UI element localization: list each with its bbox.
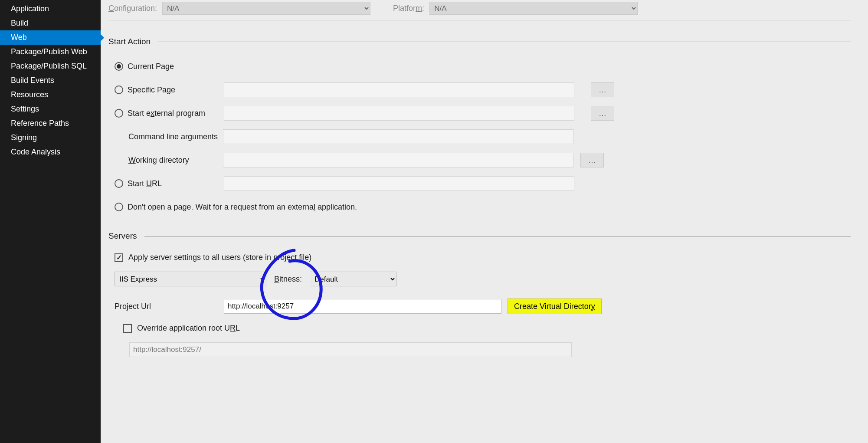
- start-external-input[interactable]: [224, 106, 574, 121]
- sidebar-item-build-events[interactable]: Build Events: [0, 73, 101, 88]
- start-external-browse-button[interactable]: …: [591, 106, 614, 121]
- platform-label: Platform:: [393, 4, 424, 13]
- sidebar-item-web[interactable]: Web: [0, 30, 101, 45]
- create-virtual-directory-button[interactable]: Create Virtual Directory: [508, 299, 602, 314]
- servers-section: Servers Apply server settings to all use…: [108, 231, 851, 357]
- cmd-args-label: Command line arguments: [128, 132, 223, 141]
- apply-settings-checkbox[interactable]: [115, 253, 123, 262]
- working-dir-input[interactable]: [223, 153, 573, 167]
- configuration-label: Configuration:: [108, 4, 157, 13]
- start-action-section: Start Action Current Page Specific Page …: [108, 37, 851, 215]
- sidebar-item-application[interactable]: Application: [0, 2, 101, 16]
- cmd-args-input[interactable]: [223, 129, 573, 144]
- servers-header: Servers: [108, 231, 137, 241]
- configuration-select[interactable]: N/A: [162, 2, 370, 15]
- override-root-input[interactable]: [129, 342, 572, 357]
- working-dir-label: Working directory: [128, 156, 223, 165]
- start-external-radio[interactable]: [115, 109, 123, 118]
- dont-open-radio[interactable]: [115, 203, 123, 211]
- specific-page-browse-button[interactable]: …: [591, 82, 614, 97]
- specific-page-radio[interactable]: [115, 85, 123, 94]
- dont-open-label: Don't open a page. Wait for a request fr…: [128, 203, 357, 212]
- override-root-label: Override application root URL: [137, 324, 240, 333]
- current-page-radio[interactable]: [115, 62, 123, 71]
- sidebar-item-resources[interactable]: Resources: [0, 88, 101, 102]
- sidebar-item-package-publish-sql[interactable]: Package/Publish SQL: [0, 59, 101, 73]
- project-url-input[interactable]: [224, 299, 501, 314]
- server-select[interactable]: IIS Express: [115, 272, 266, 286]
- override-root-checkbox[interactable]: [123, 324, 132, 333]
- working-dir-browse-button[interactable]: …: [580, 153, 604, 167]
- sidebar-item-reference-paths[interactable]: Reference Paths: [0, 116, 101, 131]
- project-url-label: Project Url: [115, 302, 224, 311]
- start-url-radio[interactable]: [115, 179, 123, 188]
- sidebar-item-build[interactable]: Build: [0, 16, 101, 30]
- start-url-input[interactable]: [224, 176, 574, 191]
- content-area: Configuration: N/A Platform: N/A Start A…: [101, 0, 868, 443]
- current-page-label: Current Page: [128, 62, 174, 71]
- specific-page-input[interactable]: [224, 82, 574, 97]
- bitness-select[interactable]: Default: [310, 272, 396, 286]
- top-config-row: Configuration: N/A Platform: N/A: [108, 0, 851, 20]
- specific-page-label: Specific Page: [128, 85, 175, 95]
- platform-select[interactable]: N/A: [429, 2, 638, 15]
- start-url-label: Start URL: [128, 179, 162, 188]
- start-external-label: Start external program: [128, 109, 205, 118]
- sidebar-item-settings[interactable]: Settings: [0, 102, 101, 116]
- divider: [144, 236, 851, 236]
- bitness-label: Bitness:: [274, 275, 302, 284]
- sidebar-item-signing[interactable]: Signing: [0, 131, 101, 145]
- divider: [158, 42, 851, 42]
- start-action-header: Start Action: [108, 37, 151, 46]
- sidebar-item-package-publish-web[interactable]: Package/Publish Web: [0, 45, 101, 59]
- sidebar-item-code-analysis[interactable]: Code Analysis: [0, 145, 101, 159]
- apply-settings-label: Apply server settings to all users (stor…: [128, 253, 311, 262]
- sidebar: Application Build Web Package/Publish We…: [0, 0, 101, 443]
